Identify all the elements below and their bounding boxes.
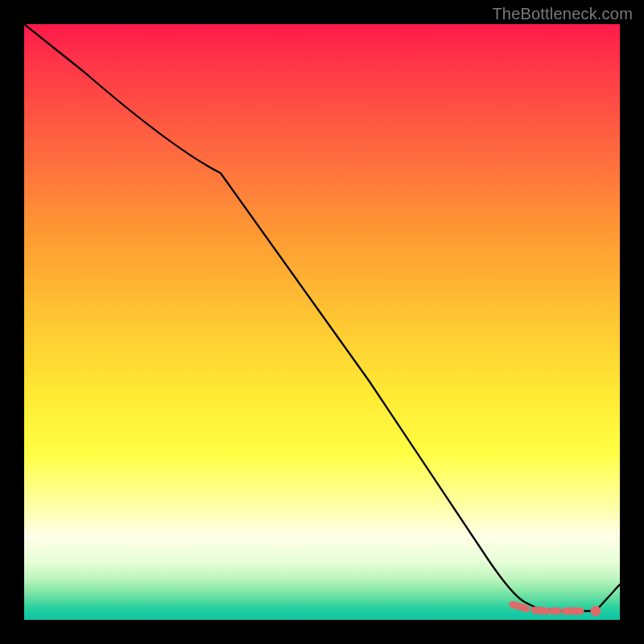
plot-background [24,24,620,620]
watermark-text: TheBottleneck.com [492,5,633,23]
chart-container: TheBottleneck.com [0,0,644,644]
